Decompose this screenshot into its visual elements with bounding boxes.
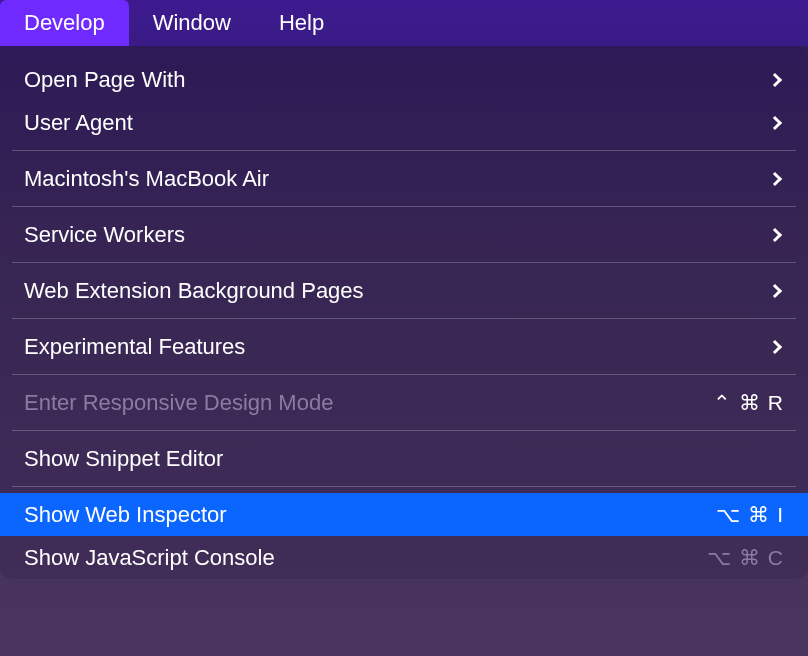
menu-item-open-page-with[interactable]: Open Page With — [0, 58, 808, 101]
chevron-right-icon — [768, 115, 782, 129]
menu-right: ⌃ ⌘ R — [713, 391, 784, 415]
menubar-item-help[interactable]: Help — [255, 0, 348, 46]
menu-right: ⌥ ⌘ C — [707, 546, 784, 570]
menu-item-macintosh-s-macbook-air[interactable]: Macintosh's MacBook Air — [0, 157, 808, 200]
menu-label: Show JavaScript Console — [24, 545, 707, 571]
menu-label: Show Snippet Editor — [24, 446, 784, 472]
menubar-label: Window — [153, 10, 231, 36]
chevron-right-icon — [768, 72, 782, 86]
menu-separator — [12, 486, 796, 487]
menu-label: Open Page With — [24, 67, 770, 93]
chevron-right-icon — [768, 171, 782, 185]
menu-item-experimental-features[interactable]: Experimental Features — [0, 325, 808, 368]
menu-separator — [12, 206, 796, 207]
menu-separator — [12, 262, 796, 263]
chevron-right-icon — [768, 339, 782, 353]
menu-label: Service Workers — [24, 222, 770, 248]
menu-item-web-extension-background-pages[interactable]: Web Extension Background Pages — [0, 269, 808, 312]
menu-right — [770, 75, 784, 85]
menubar-item-window[interactable]: Window — [129, 0, 255, 46]
menu-separator — [12, 318, 796, 319]
menu-item-service-workers[interactable]: Service Workers — [0, 213, 808, 256]
menubar-item-develop[interactable]: Develop — [0, 0, 129, 46]
menu-right — [770, 230, 784, 240]
menu-label: User Agent — [24, 110, 770, 136]
menu-item-enter-responsive-design-mode: Enter Responsive Design Mode⌃ ⌘ R — [0, 381, 808, 424]
menu-shortcut: ⌥ ⌘ C — [707, 546, 784, 570]
menubar: DevelopWindowHelp — [0, 0, 808, 46]
menu-separator — [12, 374, 796, 375]
menu-right: ⌥ ⌘ I — [716, 503, 784, 527]
menu-right — [770, 286, 784, 296]
menu-separator — [12, 430, 796, 431]
menu-right — [770, 174, 784, 184]
menu-label: Web Extension Background Pages — [24, 278, 770, 304]
menu-shortcut: ⌃ ⌘ R — [713, 391, 784, 415]
menubar-label: Help — [279, 10, 324, 36]
menu-item-show-javascript-console[interactable]: Show JavaScript Console⌥ ⌘ C — [0, 536, 808, 579]
menu-label: Macintosh's MacBook Air — [24, 166, 770, 192]
menu-right — [770, 118, 784, 128]
menu-label: Show Web Inspector — [24, 502, 716, 528]
menu-item-user-agent[interactable]: User Agent — [0, 101, 808, 144]
chevron-right-icon — [768, 283, 782, 297]
menu-item-show-snippet-editor[interactable]: Show Snippet Editor — [0, 437, 808, 480]
menu-separator — [12, 150, 796, 151]
menu-right — [770, 342, 784, 352]
menu-item-show-web-inspector[interactable]: Show Web Inspector⌥ ⌘ I — [0, 493, 808, 536]
chevron-right-icon — [768, 227, 782, 241]
menu-label: Experimental Features — [24, 334, 770, 360]
menubar-label: Develop — [24, 10, 105, 36]
menu-shortcut: ⌥ ⌘ I — [716, 503, 784, 527]
menu-label: Enter Responsive Design Mode — [24, 390, 713, 416]
develop-dropdown: Open Page WithUser AgentMacintosh's MacB… — [0, 46, 808, 579]
